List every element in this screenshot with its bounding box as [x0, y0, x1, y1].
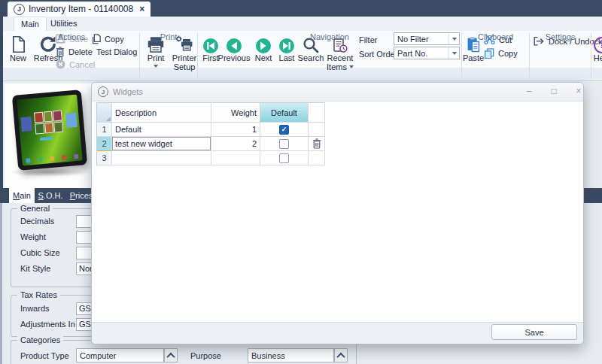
print-group-label: Print: [140, 32, 197, 41]
document-tab-title: Inventory Item - 01140008: [29, 4, 133, 14]
item-tab-main[interactable]: Main: [9, 188, 35, 203]
recent-items-label-2: Items: [327, 62, 347, 71]
dialog-minimize-button[interactable]: –: [520, 83, 538, 100]
purpose-label: Purpose: [190, 351, 221, 360]
description-cell[interactable]: test new widget: [112, 137, 211, 151]
adjustments-in-label: Adjustments In: [20, 320, 75, 329]
default-checkbox[interactable]: [279, 153, 289, 163]
printer-setup-label-1: Printer: [172, 53, 196, 62]
last-label: Last: [279, 53, 295, 62]
recent-items-label-1: Recent: [327, 53, 354, 62]
window-titlebar: J Inventory Item - 01140008 ×: [0, 0, 602, 17]
widgets-dialog-titlebar[interactable]: J Widgets: [92, 83, 583, 102]
ribbon-tab-main[interactable]: Main: [14, 17, 47, 31]
search-label: Search: [298, 53, 324, 62]
item-tab-soh[interactable]: S.O.H.: [36, 188, 65, 203]
chevron-up-icon: [336, 352, 345, 360]
grid-corner-cell[interactable]: [97, 103, 112, 123]
help-label: Help: [594, 53, 602, 62]
weight-label: Weight: [20, 232, 46, 241]
window-left-edge: [0, 203, 2, 364]
grid-header-description[interactable]: Description: [112, 103, 211, 123]
delete-row-icon[interactable]: [309, 138, 324, 149]
grid-header-weight[interactable]: Weight: [211, 103, 260, 123]
product-type-dropdown[interactable]: Computer: [76, 348, 164, 362]
dialog-close-button[interactable]: ×: [570, 83, 588, 100]
default-checkbox[interactable]: [279, 125, 289, 135]
widgets-dialog: J Widgets – □ × Description Weight Defau…: [91, 82, 584, 344]
actions-group-label: Actions: [4, 32, 139, 41]
default-checkbox[interactable]: [279, 139, 289, 149]
clipboard-copy-label: Copy: [498, 49, 518, 58]
next-label: Next: [255, 53, 272, 62]
delete-label: Delete: [68, 47, 93, 56]
print-label: Print: [147, 53, 165, 62]
categories-group-label: Categories: [17, 335, 63, 344]
help-icon: ?: [594, 33, 602, 53]
row-actions-cell: [309, 151, 325, 165]
grid-header-default[interactable]: Default: [260, 103, 309, 123]
settings-group-label: Settings: [530, 32, 591, 41]
default-cell: [260, 137, 309, 151]
weight-cell[interactable]: 1: [211, 123, 260, 137]
general-group-label: General: [17, 204, 53, 213]
app-logo-icon: J: [14, 4, 25, 15]
sort-order-label: Sort Order: [359, 50, 397, 59]
chevron-up-icon: [166, 352, 175, 360]
new-label: New: [10, 53, 26, 62]
sort-order-value: Part No.: [397, 49, 448, 58]
document-tab-close-icon[interactable]: ×: [139, 4, 144, 14]
delete-button[interactable]: Delete: [56, 46, 93, 57]
cancel-button[interactable]: Cancel: [56, 59, 95, 70]
row-actions-cell: [309, 137, 325, 151]
row-actions-cell: [309, 123, 325, 137]
ribbon: New Refresh Save Delete Cancel: [0, 31, 602, 81]
cubic-size-label: Cubic Size: [20, 248, 60, 257]
widgets-grid: Description Weight Default 1 Default 1 2…: [96, 102, 325, 165]
row-number-cell[interactable]: 2: [97, 137, 112, 151]
description-cell[interactable]: [112, 151, 211, 165]
ribbon-tab-row: Main Utilities: [0, 17, 602, 31]
default-cell: [260, 151, 309, 165]
inwards-label: Inwards: [20, 304, 50, 313]
weight-cell[interactable]: [211, 151, 260, 165]
cancel-label: Cancel: [69, 60, 95, 69]
cancel-circle-icon: [56, 59, 65, 69]
previous-label: Previous: [218, 53, 251, 62]
purpose-dropdown[interactable]: Business: [248, 348, 334, 362]
dialog-maximize-button[interactable]: □: [545, 83, 563, 100]
tablet-shadow: [9, 168, 87, 177]
navigation-group-label: Navigation: [198, 32, 461, 41]
row-number-cell[interactable]: 3: [97, 151, 112, 165]
weight-cell[interactable]: 2: [211, 137, 260, 151]
ribbon-tab-utilities[interactable]: Utilities: [44, 17, 84, 30]
clipboard-copy-button[interactable]: Copy: [484, 47, 518, 59]
grid-header-actions: [309, 103, 325, 123]
dialog-title: Widgets: [113, 87, 143, 96]
decimals-label: Decimals: [20, 217, 54, 226]
printer-setup-label-2: Setup: [174, 62, 196, 71]
dialog-logo-icon: J: [98, 86, 108, 97]
app-window: J Inventory Item - 01140008 × Main Utili…: [0, 0, 602, 364]
sort-order-dropdown[interactable]: Part No.: [394, 47, 460, 59]
delete-trash-icon: [56, 47, 65, 57]
purpose-up-button[interactable]: [334, 348, 348, 362]
dialog-save-button[interactable]: Save: [491, 324, 577, 340]
document-tab[interactable]: J Inventory Item - 01140008 ×: [8, 2, 150, 17]
print-dropdown-icon: [154, 65, 158, 68]
product-type-label: Product Type: [20, 351, 69, 360]
tablet-screen: [17, 95, 82, 166]
row-number-cell[interactable]: 1: [97, 123, 112, 137]
kit-style-label: Kit Style: [20, 264, 50, 273]
paste-label: Paste: [463, 53, 484, 62]
purpose-value: Business: [251, 351, 285, 360]
clipboard-group-label: Clipboard: [462, 32, 529, 41]
test-dialog-label: Test Dialog: [96, 47, 137, 56]
product-photo-tablet: [12, 89, 87, 171]
test-dialog-button[interactable]: Test Dialog: [96, 46, 137, 57]
product-type-up-button[interactable]: [164, 348, 178, 362]
help-button[interactable]: ? Help: [587, 33, 602, 62]
dialog-save-label: Save: [524, 328, 543, 337]
description-cell[interactable]: Default: [112, 123, 211, 137]
sort-order-dropdown-arrow-icon: [448, 47, 459, 59]
